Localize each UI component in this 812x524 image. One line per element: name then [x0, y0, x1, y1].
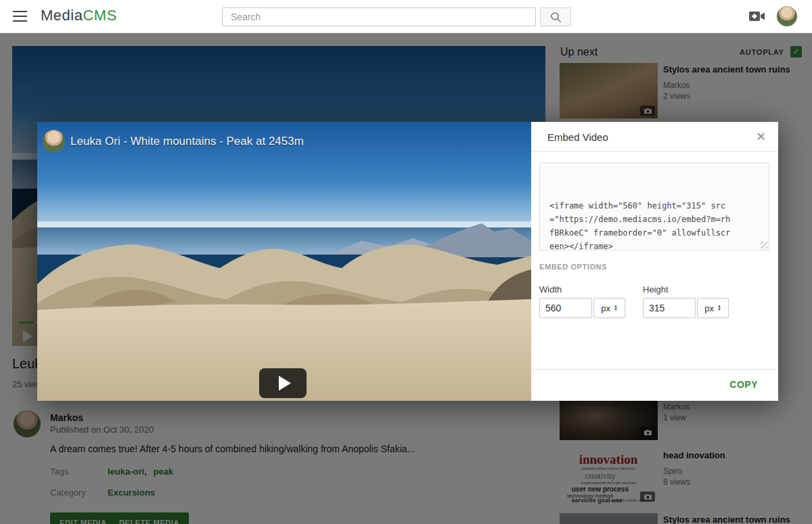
width-unit-select[interactable]: px ▲▼ [593, 298, 625, 318]
embed-preview-player[interactable]: Leuka Ori - White mountains - Peak at 24… [37, 122, 531, 401]
logo[interactable]: MediaCMS [41, 7, 117, 24]
modal-title: Embed Video [547, 131, 608, 143]
embed-options-panel: Embed Video ✕ <iframe width="560" height… [531, 122, 778, 401]
embed-video-modal: Leuka Ori - White mountains - Peak at 24… [37, 122, 778, 401]
width-input[interactable] [539, 298, 592, 318]
mountain-scene-image [37, 122, 531, 401]
search-input[interactable] [222, 7, 536, 26]
upload-video-icon[interactable] [748, 9, 766, 23]
embed-options-label: EMBED OPTIONS [539, 263, 607, 271]
search-button[interactable] [540, 7, 571, 26]
divider [531, 151, 778, 152]
channel-avatar[interactable] [43, 130, 65, 152]
spinner-arrows-icon: ▲▼ [717, 305, 721, 311]
unit-label: px [704, 303, 714, 313]
width-label: Width [539, 284, 562, 294]
height-label: Height [643, 284, 669, 294]
unit-label: px [601, 303, 610, 313]
user-avatar[interactable] [777, 6, 797, 26]
top-bar: MediaCMS [0, 0, 812, 33]
preview-video-title[interactable]: Leuka Ori - White mountains - Peak at 24… [70, 135, 304, 148]
height-unit-select[interactable]: px ▲▼ [697, 298, 729, 318]
play-button[interactable] [259, 368, 307, 398]
height-input[interactable] [643, 298, 696, 318]
close-icon[interactable]: ✕ [756, 129, 766, 144]
menu-icon[interactable] [13, 11, 27, 22]
embed-code-text: <iframe width="560" height="315" src="ht… [549, 199, 732, 250]
search-icon [550, 12, 562, 23]
embed-code-textarea[interactable]: <iframe width="560" height="315" src="ht… [539, 162, 769, 250]
resize-handle[interactable] [761, 242, 767, 248]
spinner-arrows-icon: ▲▼ [614, 305, 618, 311]
modal-footer: COPY [531, 369, 778, 401]
copy-button[interactable]: COPY [729, 379, 758, 390]
